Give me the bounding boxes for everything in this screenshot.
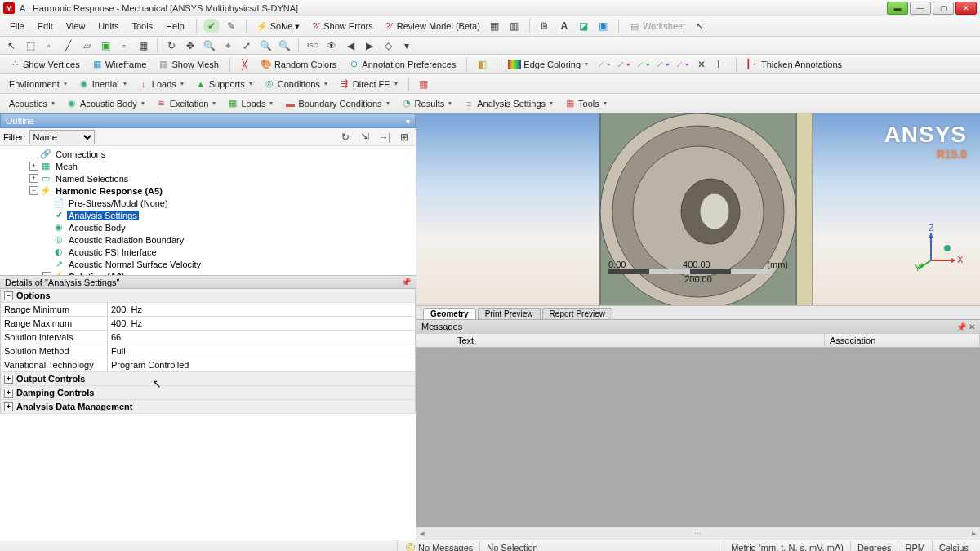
select-box-icon[interactable]: ⬚ (22, 38, 38, 53)
group-expander[interactable]: + (4, 389, 13, 398)
cursor-icon[interactable]: ↖ (692, 19, 708, 33)
show-mesh-button[interactable]: ▦Show Mesh (154, 57, 222, 72)
details-value[interactable]: Program Controlled (108, 358, 416, 371)
tree-node-label[interactable]: Analysis Settings (67, 211, 139, 220)
window-layout-icon[interactable]: ▦ (487, 19, 503, 33)
maximize-button[interactable]: ▢ (933, 2, 954, 15)
view-cube-icon[interactable]: ◇ (380, 38, 396, 53)
group-expander[interactable]: + (4, 402, 13, 411)
tree-node-label[interactable]: Harmonic Response (A5) (54, 186, 164, 196)
doc-icon[interactable]: 🗎 (537, 19, 553, 33)
messages-scrollbar[interactable]: ◂ ⋯ ▸ (416, 527, 980, 540)
select-node-icon[interactable]: ▫ (116, 38, 132, 53)
direct-fe-button[interactable]: ⇶Direct FE▾ (335, 77, 402, 91)
rotate-icon[interactable]: ↻ (163, 38, 180, 53)
select-arrow-icon[interactable]: ↖ (3, 38, 20, 53)
thicken-annotations-button[interactable]: ┃←Thicken Annotations (743, 57, 846, 72)
menu-edit[interactable]: Edit (33, 20, 58, 33)
add-icon[interactable]: ⊞ (396, 130, 412, 144)
inertial-button[interactable]: ◉Inertial▾ (74, 77, 131, 91)
tree-node[interactable]: ✔Analysis Settings (0, 209, 416, 221)
msg-col-text[interactable]: Text (452, 334, 825, 347)
tree-expander[interactable]: − (29, 186, 38, 195)
window-layout2-icon[interactable]: ▥ (506, 19, 523, 33)
group-expander[interactable]: − (4, 291, 13, 300)
tree-node[interactable]: +▦Mesh (0, 160, 416, 172)
tree-node-label[interactable]: Acoustic Radiation Boundary (67, 235, 185, 245)
expand-all-icon[interactable]: ⇲ (357, 130, 373, 144)
check-icon[interactable]: ✔ (203, 19, 220, 33)
tree-node[interactable]: ◉Acoustic Body (0, 221, 416, 233)
select-face-icon[interactable]: ▱ (78, 38, 95, 53)
wireframe-button[interactable]: ▦Wireframe (87, 57, 151, 72)
edge3-icon[interactable]: ⟋▾ (635, 57, 651, 72)
edge-h-icon[interactable]: ⊢ (713, 57, 729, 72)
tree-node-label[interactable]: Acoustic Normal Surface Velocity (67, 260, 203, 269)
worksheet-button[interactable]: ▤Worksheet (626, 19, 688, 33)
supports-button[interactable]: ▲Supports▾ (191, 77, 256, 91)
camera-icon[interactable]: ▣ (595, 19, 612, 33)
pan-icon[interactable]: ✥ (182, 38, 198, 53)
msg-col-icon[interactable] (416, 334, 452, 347)
group-expander[interactable]: + (4, 375, 13, 384)
details-group-header[interactable]: −Options (0, 289, 416, 303)
analysis-settings-button[interactable]: ≡Analysis Settings▾ (459, 96, 557, 111)
help-ribbon-button[interactable]: ▬ (887, 2, 908, 15)
tree-expander[interactable]: + (29, 174, 38, 183)
tree-node[interactable]: ◐Acoustic FSI Interface (0, 246, 416, 258)
details-value[interactable]: 200. Hz (108, 303, 416, 316)
tree-expander[interactable]: + (29, 162, 38, 171)
menu-help[interactable]: Help (161, 20, 189, 33)
tree-node-label[interactable]: Acoustic Body (67, 223, 127, 233)
messages-pin-icon[interactable]: 📌 ✕ (956, 322, 975, 331)
show-errors-button[interactable]: ?⁄Show Errors (306, 19, 376, 33)
acoustic-tools-button[interactable]: ▦Tools▾ (560, 96, 611, 111)
tree-node[interactable]: +▭Named Selections (0, 172, 416, 184)
next-view-icon[interactable]: ▶ (361, 38, 377, 53)
select-element-icon[interactable]: ▦ (135, 38, 151, 53)
outline-pin-icon[interactable]: ▾ (406, 117, 410, 126)
boundary-conditions-button[interactable]: ▬Boundary Conditions▾ (280, 96, 393, 111)
review-model-button[interactable]: ?⁄Review Model (Beta) (380, 19, 483, 33)
prev-view-icon[interactable]: ◀ (342, 38, 359, 53)
edge1-icon[interactable]: ⟋▾ (595, 57, 612, 72)
tree-node[interactable]: −⚡Harmonic Response (A5) (0, 184, 416, 197)
tree-node-label[interactable]: Mesh (54, 162, 79, 171)
minimize-button[interactable]: — (910, 2, 931, 15)
random-colors-button[interactable]: 🎨Random Colors (256, 57, 341, 72)
tab-geometry[interactable]: Geometry (423, 308, 476, 319)
status-messages[interactable]: ⓪ No Messages (397, 540, 479, 551)
acoustic-loads-button[interactable]: ▦Loads▾ (223, 96, 277, 111)
show-vertices-button[interactable]: ∴Show Vertices (5, 57, 84, 72)
edge5-icon[interactable]: ⟋▾ (674, 57, 690, 72)
tab-report-preview[interactable]: Report Preview (542, 308, 612, 319)
menu-tools[interactable]: Tools (127, 20, 158, 33)
edge-coloring-button[interactable]: Edge Coloring▾ (504, 58, 592, 71)
environment-button[interactable]: Environment▾ (5, 78, 71, 91)
details-row[interactable]: Variational TechnologyProgram Controlled (0, 358, 416, 372)
excitation-button[interactable]: ≋Excitation▾ (152, 96, 220, 111)
iso-view-icon[interactable]: ISO (305, 38, 321, 53)
details-value[interactable]: Full (108, 344, 416, 358)
tree-node-label[interactable]: Acoustic FSI Interface (67, 247, 158, 257)
letter-a-icon[interactable]: A (556, 19, 572, 33)
table-icon[interactable]: ▦ (416, 77, 432, 91)
zoom-box-icon[interactable]: ⌖ (220, 38, 236, 53)
collapse-icon[interactable]: →| (376, 130, 393, 144)
cube-icon[interactable]: ◧ (474, 57, 490, 72)
tree-node[interactable]: ↗Acoustic Normal Surface Velocity (0, 258, 416, 270)
details-group-header[interactable]: +Damping Controls (0, 386, 416, 400)
3d-viewport[interactable]: ANSYS R15.0 0.00 400 (416, 113, 980, 305)
msg-col-association[interactable]: Association (825, 334, 980, 347)
tree-node[interactable]: ◎Acoustic Radiation Boundary (0, 233, 416, 246)
tree-node-label[interactable]: Connections (54, 149, 107, 159)
wand-icon[interactable]: ✎ (223, 19, 239, 33)
details-pin-icon[interactable]: 📌 (401, 278, 411, 287)
edge4-icon[interactable]: ⟋▾ (654, 57, 670, 72)
menu-view[interactable]: View (61, 20, 91, 33)
details-group-header[interactable]: +Output Controls (0, 372, 416, 386)
orientation-triad[interactable]: X Z Y (915, 224, 964, 273)
tab-print-preview[interactable]: Print Preview (478, 308, 541, 319)
tree-node-label[interactable]: Named Selections (54, 174, 130, 184)
results-button[interactable]: ◔Results▾ (397, 96, 457, 111)
